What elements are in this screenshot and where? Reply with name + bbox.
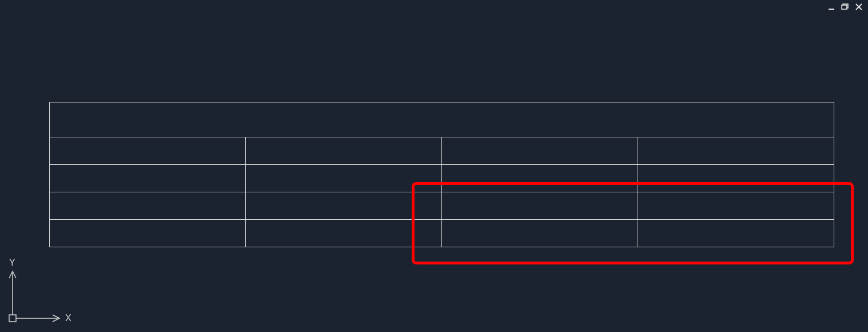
table-cell[interactable] bbox=[638, 137, 834, 165]
table-cell[interactable] bbox=[246, 220, 442, 247]
drawn-table-object[interactable] bbox=[49, 102, 834, 247]
table-row[interactable] bbox=[50, 165, 834, 192]
table-cell[interactable] bbox=[442, 220, 638, 247]
table-cell[interactable] bbox=[638, 192, 834, 220]
table-cell[interactable] bbox=[246, 192, 442, 220]
table-cell[interactable] bbox=[246, 137, 442, 165]
table-cell[interactable] bbox=[50, 192, 246, 220]
drawing-canvas[interactable]: Y X bbox=[0, 0, 868, 332]
table-cell[interactable] bbox=[442, 192, 638, 220]
ucs-origin-icon bbox=[9, 315, 16, 322]
table-title-row[interactable] bbox=[50, 102, 834, 137]
table-row[interactable] bbox=[50, 192, 834, 220]
table-cell[interactable] bbox=[50, 165, 246, 192]
table-cell[interactable] bbox=[50, 220, 246, 247]
table-cell[interactable] bbox=[638, 165, 834, 192]
table-cell[interactable] bbox=[50, 137, 246, 165]
table-cell[interactable] bbox=[442, 165, 638, 192]
table-title-cell[interactable] bbox=[50, 102, 834, 137]
table-row[interactable] bbox=[50, 220, 834, 247]
table-row[interactable] bbox=[50, 137, 834, 165]
ucs-y-label: Y bbox=[9, 258, 15, 267]
table-cell[interactable] bbox=[638, 220, 834, 247]
table-cell[interactable] bbox=[442, 137, 638, 165]
table-cell[interactable] bbox=[246, 165, 442, 192]
ucs-icon[interactable]: Y X bbox=[6, 250, 80, 326]
ucs-x-label: X bbox=[65, 313, 71, 323]
